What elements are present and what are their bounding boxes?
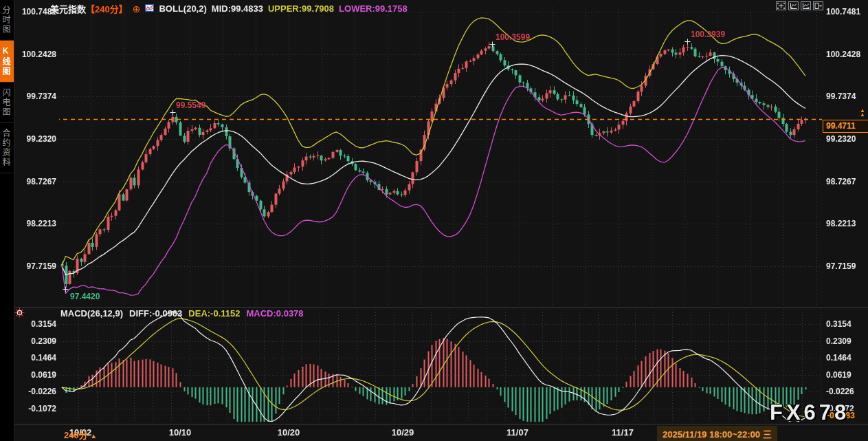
sidebar-tab-lightning[interactable]: 闪电图 <box>0 83 14 123</box>
chart-toolbar <box>776 1 823 10</box>
macd-diff-value: DIFF:-0.0963 <box>129 308 182 319</box>
boll-upper-value: UPPER:99.7908 <box>268 3 334 14</box>
crosshair-date-label: 2025/11/19 18:00~22:00 三 <box>657 426 777 441</box>
price-extreme-annotation: 100.3599 <box>496 32 530 42</box>
main-y-axis-tick-right: 98.7267 <box>826 177 856 186</box>
main-y-axis-tick-right: 97.7159 <box>826 261 856 271</box>
crosshair-icon[interactable] <box>776 1 786 10</box>
macd-current-marker: -0.1383 <box>825 411 856 420</box>
main-y-axis-tick-left: 98.2213 <box>15 219 56 228</box>
boll-label: BOLL(20,2) <box>159 3 206 14</box>
trading-app: 分时图 K线图 闪电图 合约资料 美元指数【240分】 ⊕ BOLL(20,2)… <box>0 0 868 441</box>
symbol-name: 美元指数 <box>50 4 86 14</box>
macd-y-axis-tick-left: 0.0619 <box>15 370 56 380</box>
main-y-axis-tick-left: 97.7159 <box>15 261 56 271</box>
indicator-marker-icon[interactable] <box>14 308 25 321</box>
macd-dea-value: DEA:-0.1152 <box>188 308 240 319</box>
main-y-axis-tick-left: 99.2320 <box>15 134 56 144</box>
macd-header: MACD(26,12,9) DIFF:-0.0963 DEA:-0.1152 M… <box>60 308 304 319</box>
macd-y-axis-tick-right: 0.0619 <box>826 370 852 380</box>
x-axis-date-tick: 10/29 <box>386 428 420 438</box>
main-y-axis-tick-right: 98.2213 <box>826 219 856 228</box>
scroll-to-latest-icon[interactable]: ▲▲ <box>860 109 865 117</box>
sidebar-tab-timeshare[interactable]: 分时图 <box>0 0 14 41</box>
x-axis-date-tick: 10/20 <box>271 428 306 438</box>
main-y-axis-tick-left: 99.7374 <box>15 92 56 101</box>
exit-chart-icon[interactable] <box>813 1 823 10</box>
macd-y-axis-tick-right: 0.1464 <box>826 353 852 363</box>
x-axis-date-tick: 10/10 <box>163 428 197 438</box>
sidebar-tab-contract-info[interactable]: 合约资料 <box>0 123 14 173</box>
boll-lower-value: LOWER:99.1758 <box>339 3 408 14</box>
main-y-axis-tick-left: 98.7267 <box>15 177 56 186</box>
macd-y-axis-tick-left: -0.0226 <box>15 387 56 396</box>
main-y-axis-tick-right: 99.7374 <box>826 92 856 101</box>
indicator-chart-icon[interactable] <box>145 3 154 14</box>
current-price-marker: 99.4711 <box>823 120 868 133</box>
price-extreme-annotation: 99.5549 <box>176 100 205 110</box>
collapse-indicator-icon[interactable]: ⊕ <box>133 3 141 14</box>
period-tag: 【240分】 <box>86 4 128 14</box>
period-selector[interactable]: 240分 ▲ <box>64 428 97 441</box>
expand-x-icon[interactable] <box>801 1 811 10</box>
macd-y-axis-tick-right: 0.3154 <box>826 319 852 329</box>
sidebar: 分时图 K线图 闪电图 合约资料 <box>0 0 14 441</box>
macd-hist-value: MACD:0.0378 <box>247 308 304 319</box>
chart-header: 美元指数【240分】 ⊕ BOLL(20,2) MID:99.4833 UPPE… <box>50 2 408 15</box>
main-y-axis-tick-right: 99.2320 <box>826 134 856 144</box>
symbol-title: 美元指数【240分】 <box>50 2 128 15</box>
price-extreme-annotation: 97.4420 <box>70 292 100 301</box>
chart-area: 美元指数【240分】 ⊕ BOLL(20,2) MID:99.4833 UPPE… <box>14 0 868 441</box>
x-axis-date-tick: 11/17 <box>605 428 640 438</box>
macd-y-axis-tick-left: -0.1072 <box>15 404 56 413</box>
macd-y-axis-tick-left: 0.3154 <box>15 319 56 329</box>
boll-mid-value: MID:99.4833 <box>212 3 263 14</box>
main-y-axis-tick-right: 100.7481 <box>826 7 860 17</box>
macd-y-axis-tick-right: 0.2309 <box>826 336 852 346</box>
main-y-axis-tick-left: 100.2428 <box>15 50 56 59</box>
macd-y-axis-tick-left: 0.1464 <box>15 353 56 363</box>
x-axis-date-tick: 11/07 <box>500 428 535 438</box>
candlestick-macd-canvas[interactable] <box>14 0 868 441</box>
main-y-axis-tick-right: 100.2428 <box>826 50 860 59</box>
macd-label: MACD(26,12,9) <box>60 308 123 319</box>
price-extreme-annotation: 100.3939 <box>691 30 725 39</box>
macd-y-axis-tick-left: 0.2309 <box>15 336 56 346</box>
sidebar-tab-kline[interactable]: K线图 <box>0 41 14 83</box>
period-arrow-icon: ▲ <box>90 432 97 440</box>
macd-y-axis-tick-right: -0.0226 <box>826 387 854 396</box>
compress-x-icon[interactable] <box>788 1 799 10</box>
